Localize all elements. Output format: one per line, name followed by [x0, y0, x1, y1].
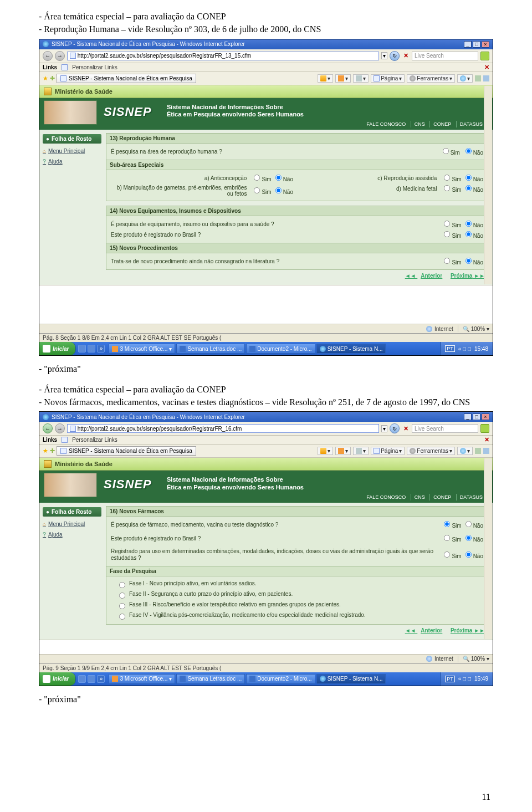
address-bar[interactable]: http://portal2.saude.gov.br/sisnep/pesqu… [67, 52, 379, 60]
add-fav-icon[interactable]: ✚ [50, 448, 55, 454]
lang-indicator[interactable]: PT [445, 345, 455, 352]
maximize-button[interactable]: □ [473, 413, 480, 420]
browser-tab[interactable]: SISNEP - Sistema Nacional de Ética em Pe… [57, 446, 196, 456]
back-button[interactable]: ← [43, 423, 53, 433]
radio-nao[interactable] [466, 258, 472, 264]
menu-cns[interactable]: CNS [411, 121, 428, 127]
radio-sim[interactable] [444, 231, 450, 237]
task-semana[interactable]: Semana Letras.doc ... [176, 674, 245, 684]
browser-tab[interactable]: SISNEP - Sistema Nacional de Ética em Pe… [57, 74, 196, 83]
messenger-icon[interactable] [483, 75, 489, 81]
ajuda-link[interactable]: ?Ajuda [43, 532, 101, 538]
task-sisnep[interactable]: SISNEP - Sistema N... [316, 674, 386, 684]
folha-de-rosto[interactable]: ● Folha de Rosto [43, 134, 101, 144]
tools-menu[interactable]: Ferramentas ▾ [407, 74, 455, 83]
menu-conep[interactable]: CONEP [429, 121, 454, 127]
start-button[interactable]: Iniciar [39, 342, 76, 355]
radio-sim[interactable] [444, 551, 450, 558]
ql-ie[interactable] [78, 675, 86, 683]
print-button[interactable]: ▾ [353, 74, 369, 83]
radio-sim[interactable] [254, 187, 260, 193]
radio-sim[interactable] [444, 258, 450, 264]
anterior-link[interactable]: ◄◄ Anterior [405, 273, 442, 279]
search-go-button[interactable] [480, 424, 489, 433]
stop-button[interactable]: ✕ [402, 53, 410, 59]
close-bar-button[interactable]: ✕ [484, 437, 489, 443]
menu-principal-link[interactable]: ⌂Menu Principal [43, 148, 101, 154]
research-icon[interactable] [475, 75, 481, 81]
radio-sim[interactable] [254, 175, 260, 181]
forward-button[interactable]: → [55, 51, 65, 61]
radio-sim[interactable] [444, 521, 450, 527]
zoom-label[interactable]: 🔍 100% ▾ [463, 656, 489, 662]
menu-fale[interactable]: FALE CONOSCO [363, 494, 409, 501]
search-go-button[interactable] [480, 52, 489, 60]
zoom-label[interactable]: 🔍 100% ▾ [463, 326, 489, 332]
menu-cns[interactable]: CNS [411, 494, 428, 501]
page-menu[interactable]: Página ▾ [371, 447, 405, 455]
address-bar[interactable]: http://portal2.saude.gov.br/sisnep/pesqu… [67, 424, 379, 433]
minimize-button[interactable]: _ [464, 413, 472, 420]
menu-conep[interactable]: CONEP [429, 494, 454, 501]
links-item[interactable]: Personalizar Links [72, 437, 117, 443]
help-button[interactable]: ▾ [457, 447, 473, 455]
ajuda-link[interactable]: ?Ajuda [43, 159, 101, 165]
feed-button[interactable]: ▾ [335, 447, 351, 455]
start-button[interactable]: Iniciar [39, 672, 76, 686]
proxima-link[interactable]: Próxima ►► [447, 627, 485, 634]
feed-button[interactable]: ▾ [335, 74, 351, 83]
radio-nao[interactable] [466, 551, 472, 558]
search-box[interactable]: Live Search [412, 424, 478, 433]
radio-nao[interactable] [275, 187, 282, 193]
add-fav-icon[interactable]: ✚ [50, 75, 55, 81]
vertical-scrollbar[interactable] [484, 458, 492, 639]
ql-more[interactable]: » [97, 675, 105, 683]
maximize-button[interactable]: □ [473, 41, 480, 48]
ql-more[interactable]: » [97, 345, 105, 353]
minimize-button[interactable]: _ [464, 41, 472, 48]
radio-nao[interactable] [466, 535, 472, 541]
radio-sim[interactable] [444, 535, 450, 541]
search-box[interactable]: Live Search [412, 52, 478, 60]
radio-fase1[interactable] [119, 582, 125, 588]
folha-de-rosto[interactable]: ● Folha de Rosto [43, 507, 101, 517]
home-button[interactable]: ▾ [318, 74, 333, 83]
tray-icons[interactable]: « □ □ [458, 346, 471, 352]
task-office[interactable]: 3 Microsoft Office... ▾ [109, 674, 175, 684]
close-button[interactable]: × [482, 41, 489, 48]
ql-ie[interactable] [78, 345, 86, 353]
favorites-icon[interactable]: ★ [43, 75, 48, 81]
task-office[interactable]: 3 Microsoft Office... ▾ [109, 344, 175, 354]
radio-nao[interactable] [466, 231, 472, 237]
vertical-scrollbar[interactable] [484, 86, 492, 285]
close-bar-button[interactable]: ✕ [484, 64, 489, 70]
radio-nao[interactable] [466, 185, 472, 191]
radio-nao[interactable] [275, 175, 282, 181]
radio-fase3[interactable] [119, 603, 125, 609]
radio-fase4[interactable] [119, 614, 125, 620]
page-menu[interactable]: Página ▾ [371, 74, 405, 83]
close-button[interactable]: × [482, 413, 489, 420]
back-button[interactable]: ← [43, 51, 53, 61]
radio-sim[interactable] [444, 175, 450, 181]
radio-nao[interactable] [466, 221, 472, 227]
task-doc2[interactable]: Documento2 - Micro... [246, 674, 315, 684]
lang-indicator[interactable]: PT [445, 676, 455, 682]
research-icon[interactable] [475, 448, 481, 454]
refresh-button[interactable]: ↻ [390, 51, 400, 61]
stop-button[interactable]: ✕ [402, 426, 410, 432]
ql-desktop[interactable] [88, 675, 95, 683]
radio-fase2[interactable] [119, 593, 125, 599]
proxima-link[interactable]: Próxima ►► [447, 273, 485, 279]
print-button[interactable]: ▾ [353, 447, 369, 455]
menu-fale[interactable]: FALE CONOSCO [363, 121, 409, 127]
messenger-icon[interactable] [483, 448, 489, 454]
favorites-icon[interactable]: ★ [43, 448, 48, 454]
ql-desktop[interactable] [88, 345, 95, 353]
radio-nao[interactable] [466, 148, 472, 154]
task-sisnep[interactable]: SISNEP - Sistema N... [316, 344, 386, 354]
tools-menu[interactable]: Ferramentas ▾ [407, 447, 455, 455]
radio-sim[interactable] [444, 221, 450, 227]
tray-icons[interactable]: « □ □ [458, 676, 471, 682]
radio-sim[interactable] [443, 148, 449, 154]
